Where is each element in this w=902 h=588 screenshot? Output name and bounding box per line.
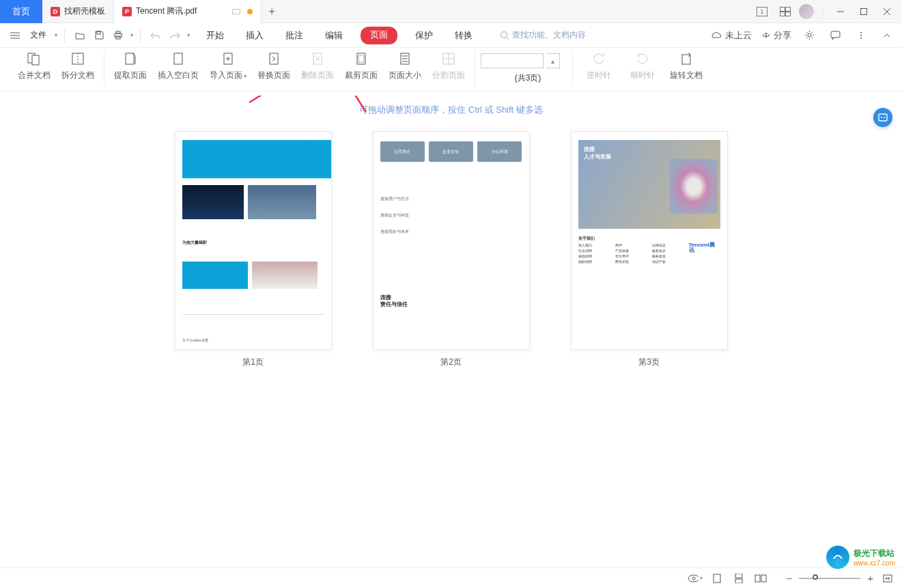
- rotate-cw-button[interactable]: 顺时针: [626, 51, 659, 81]
- svg-point-44: [884, 117, 885, 118]
- tab-start[interactable]: 开始: [202, 27, 228, 44]
- more-icon[interactable]: [853, 27, 869, 44]
- search-icon: [500, 31, 509, 40]
- fit-width-icon[interactable]: [880, 571, 895, 586]
- avatar[interactable]: [799, 4, 814, 19]
- zoom-slider[interactable]: [799, 578, 860, 579]
- close-button[interactable]: [877, 2, 897, 21]
- delete-page-button[interactable]: 删除页面: [301, 51, 334, 81]
- zoom-out-button[interactable]: −: [786, 572, 792, 584]
- svg-rect-15: [116, 31, 120, 33]
- svg-line-41: [249, 96, 287, 102]
- split-doc-button[interactable]: 拆分文档: [61, 51, 94, 81]
- tab-annotate[interactable]: 批注: [281, 27, 307, 44]
- replace-page-button[interactable]: 替换页面: [257, 51, 290, 81]
- home-tab[interactable]: 首页: [0, 0, 42, 23]
- statusbar: ▾ − +: [0, 568, 902, 588]
- page-thumbnail-3[interactable]: 连接人才与发展 关于我们 加入我们社会招聘校园招聘国际招聘 用户产品体验学生用户…: [571, 131, 728, 368]
- svg-rect-34: [358, 55, 364, 62]
- svg-point-17: [501, 31, 507, 38]
- delete-page-icon: [309, 51, 326, 67]
- search-box[interactable]: 查找功能、文档内容: [500, 29, 586, 41]
- svg-point-43: [881, 117, 882, 118]
- collapse-ribbon-icon[interactable]: [879, 27, 895, 44]
- view-single-page-icon[interactable]: [709, 571, 724, 586]
- tab-page[interactable]: 页面: [361, 27, 397, 44]
- tab-edit[interactable]: 编辑: [321, 27, 347, 44]
- page-thumbnail-2[interactable]: 公司简介 企业文化 办公环境 连接用户与生活 连接企业与科技 连接现在与未来 连…: [373, 131, 530, 368]
- drag-hint: 可拖动调整页面顺序，按住 Ctrl 或 Shift 键多选: [0, 104, 902, 116]
- merge-docs-button[interactable]: 合并文档: [18, 51, 51, 81]
- layout-grid-icon[interactable]: [776, 2, 795, 21]
- redo-icon[interactable]: [167, 27, 183, 44]
- chevron-down-icon: ▾: [187, 32, 190, 38]
- svg-rect-28: [126, 53, 134, 64]
- comment-icon[interactable]: [827, 27, 843, 44]
- content-area: 可拖动调整页面顺序，按住 Ctrl 或 Shift 键多选 腾讯 知识——四十年…: [0, 96, 902, 568]
- tab-insert[interactable]: 插入: [242, 27, 268, 44]
- cloud-status[interactable]: 未上云: [711, 29, 752, 42]
- rotate-ccw-button[interactable]: 逆时针: [582, 51, 615, 81]
- page-size-button[interactable]: 页面大小: [389, 51, 421, 81]
- new-tab-button[interactable]: +: [262, 0, 281, 23]
- svg-point-21: [860, 32, 862, 33]
- share-button[interactable]: 分享: [761, 29, 791, 42]
- rotate-cw-icon: [634, 51, 651, 67]
- svg-rect-29: [174, 53, 182, 64]
- page-thumbnails: 腾讯 知识——四十年—— 为他力量喝彩 关于Cookies设置 第1页 公司简介…: [0, 124, 902, 375]
- titlebar: 首页 D 找稻壳模板 P Tencent 腾讯.pdf + 1: [0, 0, 902, 23]
- insert-blank-page-button[interactable]: 插入空白页: [158, 51, 199, 81]
- tab-doko-template[interactable]: D 找稻壳模板: [42, 0, 114, 23]
- share-icon: [761, 31, 771, 40]
- merge-icon: [26, 51, 42, 67]
- svg-point-19: [808, 33, 811, 37]
- min-button[interactable]: [831, 2, 850, 21]
- rotate-doc-button[interactable]: 旋转文档: [670, 51, 703, 81]
- crop-page-button[interactable]: 裁剪页面: [345, 51, 378, 81]
- svg-rect-7: [861, 8, 867, 14]
- page-thumbnail-1[interactable]: 腾讯 知识——四十年—— 为他力量喝彩 关于Cookies设置 第1页: [175, 131, 332, 368]
- svg-rect-47: [714, 574, 720, 583]
- replace-page-icon: [266, 51, 282, 67]
- import-page-button[interactable]: 导入页面▾: [210, 51, 246, 81]
- svg-text:1: 1: [760, 8, 763, 15]
- zoom-in-button[interactable]: +: [867, 572, 873, 584]
- menu-icon[interactable]: [7, 27, 23, 44]
- svg-line-18: [507, 37, 509, 40]
- assistant-button[interactable]: [873, 108, 892, 127]
- max-button[interactable]: [854, 2, 873, 21]
- layout-one-icon[interactable]: 1: [752, 2, 772, 21]
- tab-convert[interactable]: 转换: [451, 27, 477, 44]
- page-label: 第1页: [242, 356, 264, 368]
- tab-label: 找稻壳模板: [64, 5, 105, 17]
- print-icon[interactable]: [110, 27, 126, 44]
- svg-rect-20: [831, 31, 840, 38]
- view-eye-icon[interactable]: ▾: [688, 571, 703, 586]
- open-icon[interactable]: [72, 27, 88, 44]
- svg-rect-42: [879, 114, 887, 121]
- page-label: 第3页: [638, 356, 660, 368]
- unsaved-indicator: [247, 9, 253, 14]
- settings-icon[interactable]: [801, 27, 817, 44]
- search-placeholder: 查找功能、文档内容: [512, 29, 586, 41]
- svg-rect-31: [270, 53, 278, 64]
- zoom-input[interactable]: [481, 53, 544, 68]
- svg-rect-13: [97, 31, 100, 34]
- tab-pdf[interactable]: P Tencent 腾讯.pdf: [114, 0, 262, 23]
- undo-icon[interactable]: [147, 27, 164, 44]
- file-menu[interactable]: 文件: [30, 29, 46, 41]
- view-two-page-icon[interactable]: [753, 571, 768, 586]
- svg-point-23: [860, 38, 862, 39]
- tab-protect[interactable]: 保护: [411, 27, 437, 44]
- menubar: 文件 ▾ ▾ ▾ 开始 插入 批注 编辑 页面 保护 转换 查找功能、文档内容 …: [0, 23, 902, 48]
- extract-page-button[interactable]: 提取页面: [114, 51, 147, 81]
- pdf-icon: P: [122, 7, 132, 16]
- save-icon[interactable]: [91, 27, 107, 44]
- zoom-up-button[interactable]: ▴: [546, 53, 560, 68]
- main-menu-tabs: 开始 插入 批注 编辑 页面 保护 转换: [202, 27, 477, 44]
- screen-icon: [232, 9, 240, 14]
- divide-page-button[interactable]: 分割页面: [432, 51, 465, 81]
- view-continuous-icon[interactable]: [731, 571, 746, 586]
- chevron-down-icon: ▾: [55, 32, 57, 38]
- svg-rect-49: [735, 579, 742, 583]
